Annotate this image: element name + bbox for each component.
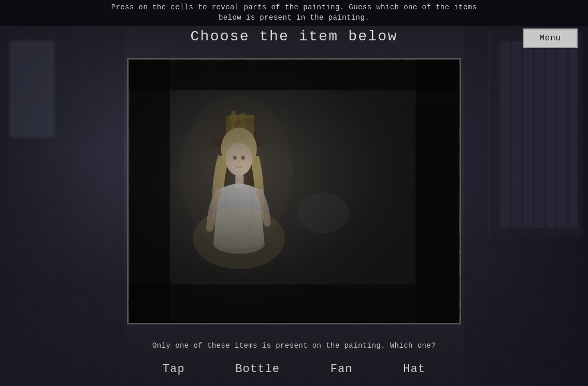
bottom-instruction-text: Only one of these items is present on th… <box>127 337 461 354</box>
painting-container[interactable] <box>127 58 461 324</box>
bottom-area: Only one of these items is present on th… <box>127 337 461 386</box>
choice-bottle[interactable]: Bottle <box>227 361 288 378</box>
painting-canvas[interactable] <box>128 60 460 323</box>
svg-rect-36 <box>129 60 170 323</box>
svg-point-39 <box>298 192 349 233</box>
bg-left-decoration <box>0 0 124 386</box>
svg-point-38 <box>193 208 285 270</box>
choice-tap[interactable]: Tap <box>154 361 193 378</box>
painting-svg <box>128 60 460 323</box>
choice-fan[interactable]: Fan <box>322 361 361 378</box>
svg-rect-37 <box>415 60 459 323</box>
top-instruction-bar: Press on the cells to reveal parts of th… <box>0 0 588 26</box>
bg-right-decoration <box>464 0 588 386</box>
page-title: Choose the item below <box>0 28 588 44</box>
svg-rect-35 <box>129 285 459 323</box>
svg-rect-34 <box>129 60 459 90</box>
svg-rect-32 <box>129 60 459 323</box>
instruction-text: Press on the cells to reveal parts of th… <box>104 3 484 23</box>
menu-button[interactable]: Menu <box>523 28 578 48</box>
choices-row: Tap Bottle Fan Hat <box>127 359 461 386</box>
choice-hat[interactable]: Hat <box>395 361 434 378</box>
